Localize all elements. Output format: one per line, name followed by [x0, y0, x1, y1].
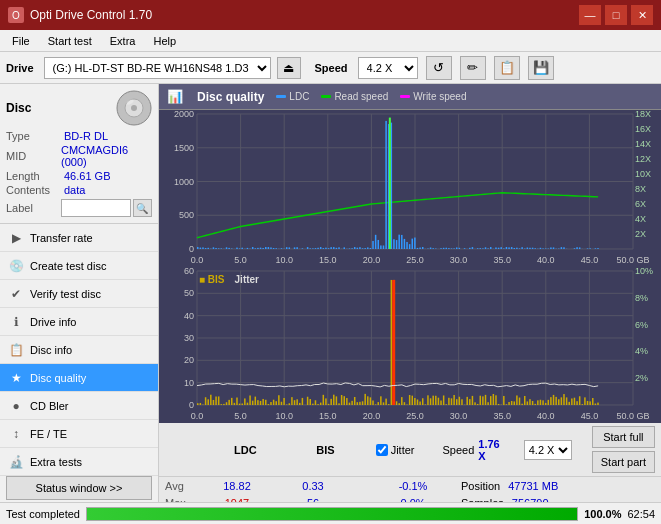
disc-image — [116, 90, 152, 126]
disc-field-type: TypeBD-R DL — [6, 130, 152, 142]
sidebar-item-extra-tests[interactable]: 🔬Extra tests — [0, 448, 158, 476]
progress-percent: 100.0% — [584, 508, 621, 520]
minimize-button[interactable]: — — [579, 5, 601, 25]
samples-value: 756790 — [512, 497, 549, 503]
copy-button[interactable]: 📋 — [494, 56, 520, 80]
avg-ldc: 18.82 — [201, 480, 273, 492]
label-input[interactable] — [61, 199, 131, 217]
drive-bar: Drive (G:) HL-DT-ST BD-RE WH16NS48 1.D3 … — [0, 52, 661, 84]
bottom-chart — [159, 267, 661, 423]
start-part-button[interactable]: Start part — [592, 451, 655, 473]
label-row: Label 🔍 — [6, 199, 152, 217]
max-jitter: 0.0% — [377, 497, 449, 503]
position-label: Position — [461, 480, 500, 492]
sidebar-item-verify-test-disc[interactable]: ✔Verify test disc — [0, 280, 158, 308]
disc-title: Disc — [6, 101, 31, 115]
disc-panel: Disc TypeBD-R DLMIDCMCMAGDI6 (000)Length… — [0, 84, 158, 224]
ldc-header: LDC — [215, 444, 275, 456]
cd-bler-label: CD Bler — [30, 400, 69, 412]
stats-header: LDC BIS Jitter Speed 1.76 X 4.2 X Start … — [159, 423, 661, 477]
disc-field-mid: MIDCMCMAGDI6 (000) — [6, 144, 152, 168]
sidebar-item-drive-info[interactable]: ℹDrive info — [0, 308, 158, 336]
refresh-button[interactable]: ↺ — [426, 56, 452, 80]
avg-jitter: -0.1% — [377, 480, 449, 492]
jitter-checkbox[interactable] — [376, 444, 388, 456]
jitter-label: Jitter — [391, 444, 415, 456]
disc-quality-label: Disc quality — [30, 372, 86, 384]
sidebar-item-disc-info[interactable]: 📋Disc info — [0, 336, 158, 364]
drive-select[interactable]: (G:) HL-DT-ST BD-RE WH16NS48 1.D3 — [44, 57, 271, 79]
chart-title: Disc quality — [197, 90, 264, 104]
verify-test-disc-label: Verify test disc — [30, 288, 101, 300]
menu-bar: FileStart testExtraHelp — [0, 30, 661, 52]
stats-bar: LDC BIS Jitter Speed 1.76 X 4.2 X Start … — [159, 422, 661, 502]
sidebar-item-cd-bler[interactable]: ●CD Bler — [0, 392, 158, 420]
sidebar-item-transfer-rate[interactable]: ▶Transfer rate — [0, 224, 158, 252]
close-button[interactable]: ✕ — [631, 5, 653, 25]
save-button[interactable]: 💾 — [528, 56, 554, 80]
edit-button[interactable]: ✏ — [460, 56, 486, 80]
max-ldc: 1947 — [201, 497, 273, 503]
menu-item-help[interactable]: Help — [145, 33, 184, 49]
avg-bis: 0.33 — [277, 480, 349, 492]
disc-header: Disc — [6, 90, 152, 126]
create-test-disc-icon: 💿 — [8, 258, 24, 274]
maximize-button[interactable]: □ — [605, 5, 627, 25]
app-icon: O — [8, 7, 24, 23]
max-label: Max — [165, 497, 197, 503]
fe-te-icon: ↕ — [8, 426, 24, 442]
speed-stat-value: 1.76 X — [478, 438, 499, 462]
disc-info-label: Disc info — [30, 344, 72, 356]
avg-label: Avg — [165, 480, 197, 492]
verify-test-disc-icon: ✔ — [8, 286, 24, 302]
progress-bar-container: Test completed 100.0% 62:54 — [0, 502, 661, 524]
disc-quality-icon: ★ — [8, 370, 24, 386]
progress-bar-inner — [87, 508, 577, 520]
write-speed-legend: Write speed — [400, 91, 466, 102]
top-chart-canvas — [159, 110, 661, 267]
transfer-rate-label: Transfer rate — [30, 232, 93, 244]
menu-item-file[interactable]: File — [4, 33, 38, 49]
start-full-button[interactable]: Start full — [592, 426, 655, 448]
charts-wrapper — [159, 110, 661, 422]
content-area: 📊 Disc quality LDC Read speed Write spee… — [159, 84, 661, 502]
position-value: 47731 MB — [508, 480, 558, 492]
drive-info-label: Drive info — [30, 316, 76, 328]
extra-tests-icon: 🔬 — [8, 454, 24, 470]
progress-bar-outer — [86, 507, 578, 521]
drive-label: Drive — [6, 62, 34, 74]
time-display: 62:54 — [627, 508, 655, 520]
speed-stat-label: Speed — [443, 444, 475, 456]
drive-info-icon: ℹ — [8, 314, 24, 330]
menu-item-start-test[interactable]: Start test — [40, 33, 100, 49]
speed-select[interactable]: 4.2 X — [358, 57, 418, 79]
sidebar-item-disc-quality[interactable]: ★Disc quality — [0, 364, 158, 392]
label-field-label: Label — [6, 202, 61, 214]
chart-header: 📊 Disc quality LDC Read speed Write spee… — [159, 84, 661, 110]
title-text: Opti Drive Control 1.70 — [30, 8, 152, 22]
samples-label: Samples — [461, 497, 504, 503]
disc-info-icon: 📋 — [8, 342, 24, 358]
create-test-disc-label: Create test disc — [30, 260, 106, 272]
action-buttons: Start full Start part — [592, 426, 655, 473]
fe-te-label: FE / TE — [30, 428, 67, 440]
sidebar-item-fe-te[interactable]: ↕FE / TE — [0, 420, 158, 448]
stats-rows: Avg 18.82 0.33 -0.1% Position 47731 MB M… — [159, 477, 661, 502]
top-chart — [159, 110, 661, 267]
eject-button[interactable]: ⏏ — [277, 57, 301, 79]
main-area: Disc TypeBD-R DLMIDCMCMAGDI6 (000)Length… — [0, 84, 661, 502]
sidebar-item-create-test-disc[interactable]: 💿Create test disc — [0, 252, 158, 280]
menu-item-extra[interactable]: Extra — [102, 33, 144, 49]
bis-header: BIS — [295, 444, 355, 456]
bottom-chart-canvas — [159, 267, 661, 423]
svg-point-2 — [131, 105, 137, 111]
status-window-button[interactable]: Status window >> — [6, 476, 152, 500]
transfer-rate-icon: ▶ — [8, 230, 24, 246]
speed-label: Speed — [315, 62, 348, 74]
max-bis: 56 — [277, 497, 349, 503]
extra-tests-label: Extra tests — [30, 456, 82, 468]
disc-field-contents: Contentsdata — [6, 184, 152, 196]
speed-stat-select[interactable]: 4.2 X — [524, 440, 572, 460]
read-speed-legend: Read speed — [321, 91, 388, 102]
label-button[interactable]: 🔍 — [133, 199, 152, 217]
